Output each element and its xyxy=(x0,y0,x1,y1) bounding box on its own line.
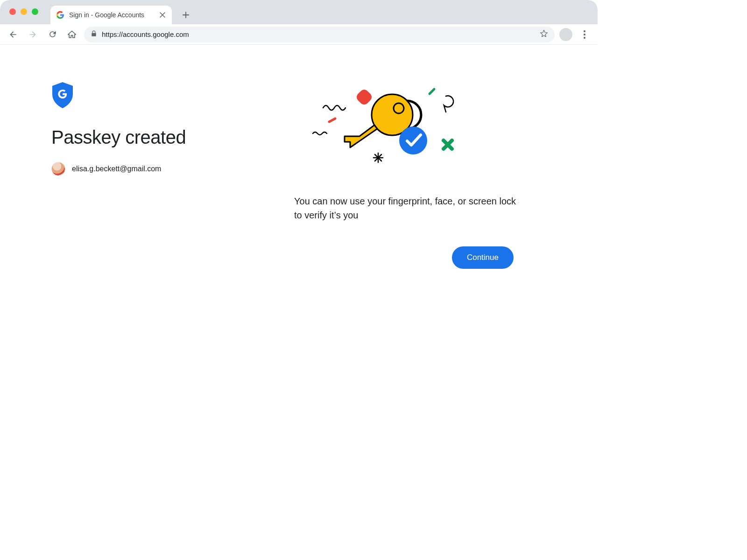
url-text: https://accounts.google.com xyxy=(102,30,189,38)
svg-point-0 xyxy=(584,30,585,32)
account-email: elisa.g.beckett@gmail.com xyxy=(72,165,161,173)
window-maximize-button[interactable] xyxy=(32,8,38,15)
back-button[interactable] xyxy=(6,27,21,42)
tab-close-button[interactable] xyxy=(159,11,166,19)
svg-line-4 xyxy=(329,119,335,122)
google-shield-icon xyxy=(51,82,247,110)
window-controls xyxy=(9,8,38,15)
window-close-button[interactable] xyxy=(9,8,16,15)
svg-point-2 xyxy=(584,37,585,39)
continue-button[interactable]: Continue xyxy=(452,246,514,269)
left-column: Passkey created elisa.g.beckett@gmail.co… xyxy=(51,82,247,269)
window-minimize-button[interactable] xyxy=(21,8,27,15)
passkey-illustration xyxy=(294,82,472,175)
body-text: You can now use your fingerprint, face, … xyxy=(294,194,523,222)
page-content: Passkey created elisa.g.beckett@gmail.co… xyxy=(0,45,598,269)
browser-tab[interactable]: Sign in - Google Accounts xyxy=(50,6,172,24)
address-bar[interactable]: https://accounts.google.com xyxy=(84,27,555,42)
right-column: You can now use your fingerprint, face, … xyxy=(294,82,546,269)
account-chip[interactable]: elisa.g.beckett@gmail.com xyxy=(51,162,247,176)
google-favicon-icon xyxy=(56,11,64,19)
page-title: Passkey created xyxy=(51,127,247,148)
tab-strip: Sign in - Google Accounts xyxy=(0,0,598,24)
browser-menu-button[interactable] xyxy=(577,27,592,42)
svg-line-3 xyxy=(430,89,434,94)
home-button[interactable] xyxy=(64,27,79,42)
button-row: Continue xyxy=(294,246,514,269)
forward-button[interactable] xyxy=(25,27,40,42)
reload-button[interactable] xyxy=(45,27,60,42)
account-avatar-icon xyxy=(51,162,65,176)
profile-avatar[interactable] xyxy=(559,28,572,41)
browser-window: Sign in - Google Accounts https://accoun… xyxy=(0,0,598,448)
lock-icon xyxy=(91,30,97,38)
browser-toolbar: https://accounts.google.com xyxy=(0,24,598,45)
bookmark-star-icon[interactable] xyxy=(540,29,548,39)
svg-point-1 xyxy=(584,34,585,35)
new-tab-button[interactable] xyxy=(178,7,193,22)
svg-point-14 xyxy=(399,126,427,154)
tab-title: Sign in - Google Accounts xyxy=(69,11,154,19)
